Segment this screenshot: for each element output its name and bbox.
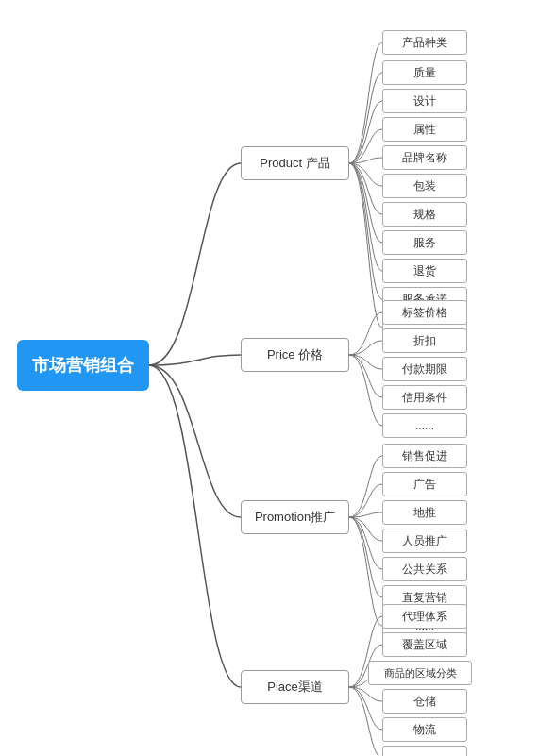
branch-promotion: Promotion推广 — [241, 500, 349, 534]
leaf-price-0: 标签价格 — [382, 300, 467, 325]
leaf-product-6: 规格 — [382, 202, 467, 227]
leaf-promo-2: 地推 — [382, 500, 467, 525]
leaf-promo-1: 广告 — [382, 472, 467, 496]
leaf-promo-4: 公共关系 — [382, 557, 467, 581]
leaf-product-5: 包装 — [382, 174, 467, 198]
branch-promotion-label: Promotion推广 — [255, 509, 335, 526]
leaf-place-3: 仓储 — [382, 689, 467, 714]
leaf-place-0: 代理体系 — [382, 604, 467, 629]
branch-place: Place渠道 — [241, 670, 349, 704]
leaf-product-7: 服务 — [382, 230, 467, 255]
leaf-product-1: 质量 — [382, 60, 467, 85]
root-node: 市场营销组合 — [17, 340, 149, 391]
leaf-product-0: 产品种类 — [382, 30, 467, 55]
leaf-product-4: 品牌名称 — [382, 145, 467, 170]
leaf-place-5: ...... — [382, 746, 467, 756]
mind-map: 市场营销组合 Product 产品 产品种类 质量 设计 属性 品牌名称 包装 … — [0, 0, 555, 756]
leaf-promo-3: 人员推广 — [382, 529, 467, 553]
leaf-price-2: 付款期限 — [382, 357, 467, 381]
root-label: 市场营销组合 — [32, 354, 134, 377]
leaf-place-4: 物流 — [382, 717, 467, 742]
leaf-price-4: ...... — [382, 413, 467, 438]
leaf-price-3: 信用条件 — [382, 385, 467, 410]
branch-place-label: Place渠道 — [267, 679, 323, 696]
leaf-place-1: 覆盖区域 — [382, 632, 467, 657]
leaf-product-2: 设计 — [382, 89, 467, 113]
leaf-price-1: 折扣 — [382, 328, 467, 353]
leaf-product-3: 属性 — [382, 117, 467, 142]
leaf-product-8: 退货 — [382, 259, 467, 283]
branch-price-label: Price 价格 — [267, 346, 323, 363]
leaf-promo-0: 销售促进 — [382, 444, 467, 468]
branch-product-label: Product 产品 — [260, 155, 329, 172]
branch-price: Price 价格 — [241, 338, 349, 372]
leaf-place-2: 商品的区域分类 — [368, 661, 472, 685]
branch-product: Product 产品 — [241, 146, 349, 180]
